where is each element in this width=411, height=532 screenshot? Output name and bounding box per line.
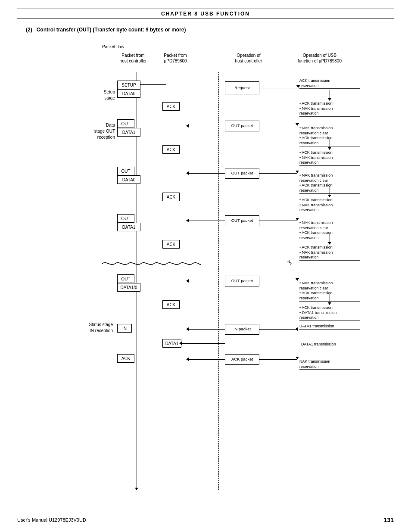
h-in: [188, 329, 225, 330]
arrow-left-2: [186, 171, 189, 175]
pkt-data0-setup: DATA0: [117, 89, 140, 98]
h-ack-right: [259, 359, 297, 360]
arrow-right-1: [296, 123, 299, 126]
pkt-ack-3: ACK: [162, 240, 180, 249]
op-data1-tx: DATA1 transmission: [299, 324, 360, 330]
pkt-ack-status: ACK: [117, 354, 134, 363]
page-footer: User's Manual U12978EJ3V0UD 131: [0, 516, 411, 523]
op-out-pkt-2: OUT packet: [225, 168, 259, 179]
op-ack-data1-res: • ACK transmission• DATA1 transmissionre…: [299, 305, 360, 321]
col-usb-op: Operation of USBfunction of μPD789800: [294, 53, 346, 64]
section-text: Control transfer (OUT) (Transfer byte co…: [37, 27, 186, 33]
pkt-out-2: OUT: [117, 167, 134, 175]
main-flow-arrow: [135, 488, 138, 490]
op-request: Request: [225, 81, 259, 94]
pkt-ack-setup: ACK: [162, 102, 180, 111]
page: CHAPTER 8 USB FUNCTION (2) Control trans…: [0, 0, 411, 532]
vline-1: [330, 90, 330, 99]
break-symbol: ✂: [286, 258, 294, 267]
h-request-right: [259, 88, 298, 88]
op-ack-nak-3: • ACK transmission• NAK transmissionrese…: [299, 198, 360, 213]
arrow-left-ack: [186, 358, 189, 361]
pkt-in: IN: [117, 324, 132, 333]
op-in-pkt: IN packet: [225, 324, 259, 335]
diagram-container: Packet flow Packet fromhost controller P…: [20, 40, 391, 505]
op-nak-res-final: NAK transmissionreservation: [299, 359, 360, 370]
col-host-op: Operation ofhost controller: [229, 53, 268, 64]
stage-setup: Setupstage: [87, 89, 115, 101]
pkt-data1-3: DATA1: [117, 223, 140, 231]
vline-2: [330, 139, 330, 148]
op-ack-nak-4: • ACK transmission• NAK transmissionrese…: [299, 245, 360, 261]
op-out-pkt-1: OUT packet: [225, 121, 259, 131]
pkt-data1-1: DATA1: [117, 128, 140, 137]
h-out1-right: [259, 126, 297, 126]
arrow-right-4: [296, 278, 299, 281]
stage-status: Status stageIN reception: [78, 322, 113, 334]
h-data1: [181, 343, 225, 344]
arrow-right-ack: [296, 357, 299, 359]
pkt-ack-1: ACK: [162, 145, 180, 154]
pkt-out-1: OUT: [117, 119, 134, 128]
h-line-setup-out: [140, 84, 166, 85]
arrow-left-in: [186, 327, 189, 331]
pkt-ack-2: ACK: [162, 193, 180, 201]
col-host-from: Packet fromhost controller: [116, 53, 150, 64]
arrow-left-1: [186, 124, 189, 128]
arrow-down-3: [328, 195, 331, 197]
op-ack-nak-2: • ACK transmission• NAK transmissionrese…: [299, 150, 360, 166]
h-out3: [188, 221, 225, 221]
h-in-right: [259, 329, 297, 330]
pkt-ack-4: ACK: [162, 300, 180, 309]
vline-3: [330, 186, 330, 196]
arrow-down-2: [328, 147, 331, 150]
op-ack-pkt: ACK packet: [225, 354, 259, 365]
chapter-header: CHAPTER 8 USB FUNCTION: [17, 9, 394, 19]
h-out1: [188, 126, 225, 126]
op-out-pkt-4: OUT packet: [225, 276, 259, 286]
vline-4: [330, 233, 330, 243]
arrow-down-1: [328, 98, 331, 101]
h-out4-right: [259, 281, 297, 281]
arrow-right-in: [295, 327, 298, 331]
pkt-out-4: OUT: [117, 274, 134, 283]
section-title: (2) Control transfer (OUT) (Transfer byt…: [26, 27, 394, 33]
op-data1-tx-label: DATA1 transmission: [299, 339, 360, 350]
col-upd-from: Packet fromμPD789800: [158, 53, 193, 64]
stage-data-out: Datastage OUTreception: [83, 122, 115, 140]
arrow-right-3: [296, 218, 299, 221]
h-out2: [188, 173, 225, 174]
wavy-line: [102, 259, 201, 268]
arrow-left-4: [186, 279, 189, 283]
pkt-setup: SETUP: [117, 81, 140, 89]
h-out4: [188, 281, 225, 281]
arrow-left-data1: [179, 342, 182, 345]
h-ack: [188, 359, 225, 360]
arrow-left-3: [186, 219, 189, 222]
h-out3-right: [259, 221, 297, 221]
pkt-data0-2: DATA0: [117, 175, 140, 184]
section-number: (2): [26, 27, 32, 33]
op-ack-res-1: ACK transmissionreservation: [299, 78, 360, 89]
vline-5: [330, 294, 330, 303]
op-out-pkt-3: OUT packet: [225, 215, 259, 226]
pkt-data10-4: DATA1/0: [117, 283, 140, 292]
arrow-down-5: [328, 302, 331, 305]
footer-manual: User's Manual U12978EJ3V0UD: [17, 517, 86, 523]
h-out2-right: [259, 173, 297, 174]
op-ack-nak-1: • ACK transmission• NAK transmissionrese…: [299, 101, 360, 117]
arrow-right-2: [296, 171, 299, 173]
packet-flow-label: Packet flow: [102, 44, 124, 50]
page-number: 131: [384, 516, 394, 523]
arrow-down-4: [328, 242, 331, 245]
pkt-data1-status: DATA1: [162, 339, 181, 348]
pkt-out-3: OUT: [117, 214, 134, 223]
chapter-title: CHAPTER 8 USB FUNCTION: [161, 11, 250, 17]
